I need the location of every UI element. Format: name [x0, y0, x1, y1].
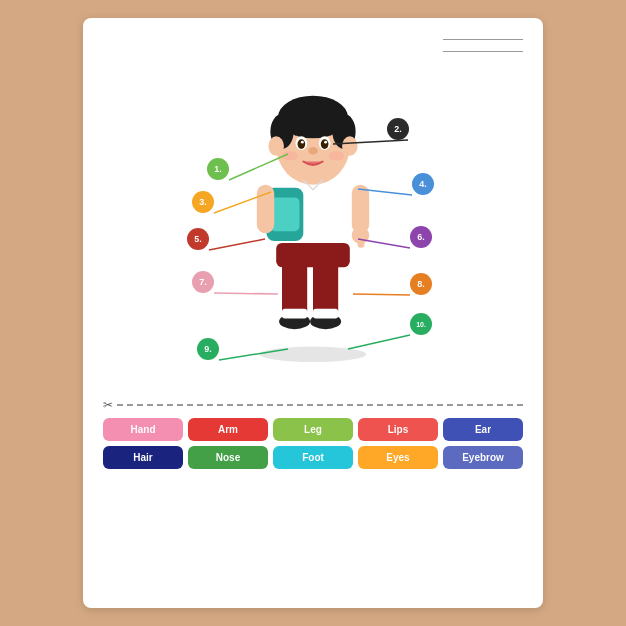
svg-point-33	[298, 139, 306, 149]
answer-btn-arm[interactable]: Arm	[188, 418, 268, 441]
svg-rect-16	[313, 309, 338, 319]
worksheet: 1.2.3.4.5.6.7.8.9.10. ✂ HandArmLegLipsEa…	[83, 18, 543, 608]
number-circle-8: 8.	[410, 273, 432, 295]
number-circle-5: 5.	[187, 228, 209, 250]
svg-point-37	[308, 147, 318, 155]
number-circle-7: 7.	[192, 271, 214, 293]
number-circle-6: 6.	[410, 226, 432, 248]
svg-rect-23	[257, 185, 274, 233]
svg-rect-15	[282, 309, 307, 319]
diagram-area: 1.2.3.4.5.6.7.8.9.10.	[103, 54, 523, 394]
svg-point-10	[260, 347, 367, 363]
answer-grid: HandArmLegLipsEarHairNoseFootEyesEyebrow	[103, 418, 523, 469]
answer-btn-leg[interactable]: Leg	[273, 418, 353, 441]
svg-point-36	[324, 141, 327, 144]
answer-btn-ear[interactable]: Ear	[443, 418, 523, 441]
svg-point-35	[301, 141, 304, 144]
number-circle-2: 2.	[387, 118, 409, 140]
scissors-icon: ✂	[103, 398, 113, 412]
answer-btn-nose[interactable]: Nose	[188, 446, 268, 469]
cut-dashed-line	[117, 404, 523, 406]
svg-point-29	[268, 136, 284, 155]
answer-btn-foot[interactable]: Foot	[273, 446, 353, 469]
number-circle-1: 1.	[207, 158, 229, 180]
svg-rect-40	[358, 230, 365, 247]
answer-btn-hair[interactable]: Hair	[103, 446, 183, 469]
svg-point-38	[282, 151, 298, 161]
svg-rect-18	[276, 243, 350, 267]
date-underline	[443, 44, 523, 52]
name-underline	[443, 32, 523, 40]
answer-btn-lips[interactable]: Lips	[358, 418, 438, 441]
name-date-area	[439, 32, 523, 56]
answer-btn-eyebrow[interactable]: Eyebrow	[443, 446, 523, 469]
cut-line-area: ✂	[103, 398, 523, 412]
boy-illustration	[213, 54, 413, 364]
svg-point-30	[342, 136, 358, 155]
number-circle-10: 10.	[410, 313, 432, 335]
number-circle-4: 4.	[412, 173, 434, 195]
number-circle-9: 9.	[197, 338, 219, 360]
svg-rect-20	[270, 197, 299, 231]
svg-point-34	[321, 139, 329, 149]
svg-point-39	[329, 151, 345, 161]
answer-btn-hand[interactable]: Hand	[103, 418, 183, 441]
number-circle-3: 3.	[192, 191, 214, 213]
svg-rect-21	[352, 185, 369, 233]
answer-btn-eyes[interactable]: Eyes	[358, 446, 438, 469]
